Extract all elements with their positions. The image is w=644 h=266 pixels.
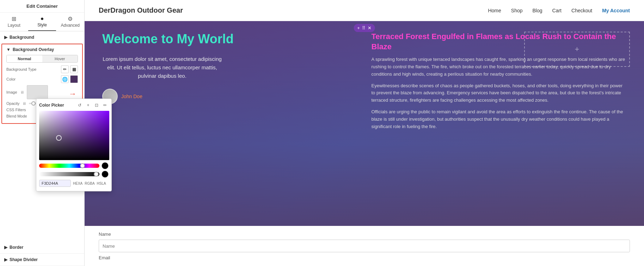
tab-style[interactable]: ● Style (28, 13, 56, 31)
border-section: ▶ Border (0, 241, 84, 254)
overlay-arrow: ▼ (6, 47, 11, 52)
shape-divider-label: Shape Divider (10, 257, 38, 262)
nav-my-account[interactable]: My Account (602, 8, 630, 13)
hex-input[interactable] (39, 180, 71, 187)
opacity-thumb (31, 101, 36, 106)
form-section: Name Email (85, 226, 644, 266)
background-arrow: ▶ (4, 35, 7, 40)
top-nav: DerDragon Outdoor Gear Home Shop Blog Ca… (85, 0, 644, 21)
hue-color-preview (102, 162, 109, 169)
picker-copy-btn[interactable]: ⊡ (93, 102, 100, 109)
background-type-controls: ✏ ▦ (61, 65, 78, 73)
site-logo: DerDragon Outdoor Gear (99, 6, 183, 14)
nav-shop[interactable]: Shop (511, 8, 523, 13)
hero-right-column: Terraced Forest Engulfed in Flames as Lo… (372, 32, 627, 215)
image-monitor-icon: 🖥 (20, 90, 24, 94)
author-name: John Doe (121, 94, 142, 99)
toolbar-move-btn[interactable]: ⠿ (362, 25, 366, 31)
picker-add-btn[interactable]: + (85, 102, 92, 109)
style-icon: ● (41, 15, 44, 22)
layout-icon: ⊞ (12, 15, 16, 22)
name-input[interactable] (99, 240, 630, 252)
panel-header: Edit Container (0, 0, 84, 13)
border-label: Border (10, 245, 23, 250)
article-body-3: Officials are urging the public to remai… (372, 108, 627, 130)
hue-slider[interactable] (39, 164, 99, 168)
nav-blog[interactable]: Blog (533, 8, 542, 13)
tab-layout-label: Layout (8, 23, 20, 28)
toolbar-plus-btn[interactable]: + (357, 25, 360, 31)
name-label: Name (99, 232, 630, 237)
tab-advanced-label: Advanced (61, 23, 79, 28)
nav-home[interactable]: Home (488, 8, 501, 13)
alpha-slider[interactable] (39, 172, 99, 176)
background-label: Background (10, 35, 34, 40)
tab-layout[interactable]: ⊞ Layout (0, 13, 28, 31)
color-controls: 🌐 (61, 75, 78, 83)
tab-advanced[interactable]: ⚙ Advanced (56, 13, 84, 31)
background-overlay-title[interactable]: ▼ Background Overlay (6, 47, 78, 52)
background-type-label: Background Type (6, 67, 36, 71)
rgba-label[interactable]: RGBA (85, 182, 94, 185)
bg-type-grid-btn[interactable]: ▦ (70, 65, 78, 73)
hsla-label[interactable]: HSLA (97, 182, 106, 185)
nav-checkout[interactable]: Checkout (571, 8, 592, 13)
hero-inner: Welcome to My World Lorem ipsum dolor si… (85, 21, 644, 226)
email-label: Email (99, 255, 630, 260)
color-swatch[interactable] (70, 75, 78, 83)
color-canvas[interactable] (39, 111, 109, 160)
opacity-monitor-icon: 🖥 (22, 101, 26, 106)
picker-actions: ↺ + ⊡ ✏ (76, 102, 109, 109)
picker-pen-btn[interactable]: ✏ (102, 102, 109, 109)
article-body-2: Eyewitnesses describe scenes of chaos as… (372, 82, 627, 104)
hue-thumb (80, 163, 85, 168)
shape-divider-arrow: ▶ (4, 257, 7, 262)
element-toolbar: + ⠿ ✕ (354, 24, 375, 32)
red-arrow-indicator: → (69, 89, 76, 99)
picker-header: Color Picker ↺ + ⊡ ✏ (39, 102, 109, 109)
shape-divider-title[interactable]: ▶ Shape Divider (4, 257, 80, 262)
normal-btn[interactable]: Normal (7, 55, 42, 62)
background-section: ▶ Background (0, 31, 84, 44)
css-filters-label: CSS Filters (6, 108, 26, 112)
main-content: DerDragon Outdoor Gear Home Shop Blog Ca… (85, 0, 644, 266)
color-picker-popup: Color Picker ↺ + ⊡ ✏ (36, 99, 112, 191)
background-section-title[interactable]: ▶ Background (4, 35, 80, 40)
color-label: Color (6, 77, 16, 81)
opacity-label: Opacity (6, 101, 19, 106)
blend-mode-label: Blend Mode (6, 114, 27, 118)
hero-subtitle: Lorem ipsum dolor sit amet, consectetur … (102, 55, 222, 80)
normal-hover-toggle: Normal Hover (6, 55, 78, 63)
color-row: Color 🌐 (6, 75, 78, 83)
globe-btn[interactable]: 🌐 (61, 75, 69, 83)
alpha-color-preview (102, 171, 109, 178)
hero-author: John Doe (102, 89, 357, 104)
hex-row: HEXA RGBA HSLA (39, 180, 109, 187)
overlay-label: Background Overlay (13, 47, 54, 52)
picker-undo-btn[interactable]: ↺ (76, 102, 83, 109)
nav-cart[interactable]: Cart (552, 8, 562, 13)
color-cursor (56, 135, 62, 141)
image-label: Image (6, 90, 17, 94)
left-panel: Edit Container ⊞ Layout ● Style ⚙ Advanc… (0, 0, 85, 266)
shape-divider-section: ▶ Shape Divider (0, 254, 84, 266)
image-row: Image 🖥 (6, 85, 78, 99)
tab-style-label: Style (37, 23, 47, 27)
toolbar-close-btn[interactable]: ✕ (368, 25, 372, 31)
alpha-thumb (94, 172, 99, 177)
hover-btn[interactable]: Hover (42, 55, 78, 62)
background-type-row: Background Type ✏ ▦ (6, 65, 78, 73)
image-placeholder (27, 85, 48, 99)
border-arrow: ▶ (4, 245, 7, 250)
picker-title: Color Picker (39, 103, 64, 108)
hero-section: + ⠿ ✕ + Welcome to My World Lorem ipsum … (85, 21, 644, 226)
border-title[interactable]: ▶ Border (4, 245, 80, 250)
nav-links: Home Shop Blog Cart Checkout My Account (488, 8, 630, 13)
alpha-slider-container (39, 171, 109, 178)
color-canvas-gradient (39, 111, 109, 160)
hero-left-column: Welcome to My World Lorem ipsum dolor si… (102, 32, 357, 215)
bg-type-pencil-btn[interactable]: ✏ (61, 65, 69, 73)
hexa-label[interactable]: HEXA (73, 182, 82, 185)
advanced-icon: ⚙ (68, 15, 73, 22)
article-body-1: A sprawling forest with unique terraced … (372, 56, 627, 78)
